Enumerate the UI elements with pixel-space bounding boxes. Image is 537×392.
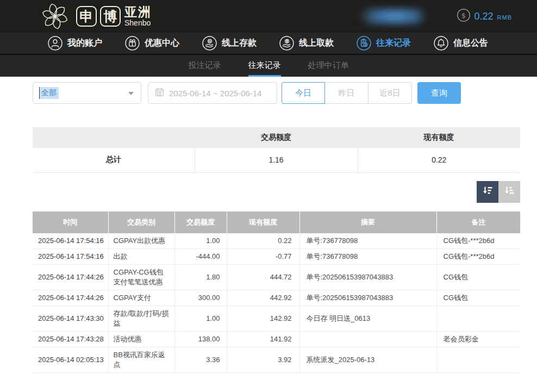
summary-table: 交易额度 现有额度 总计 1.16 0.22 bbox=[33, 127, 520, 173]
cell-summary: 单号:202506153987043883 bbox=[299, 290, 436, 306]
type-select[interactable]: 全部 bbox=[33, 82, 141, 104]
col-header-balance: 现有额度 bbox=[227, 211, 299, 233]
main-navigation: 我的账户 优惠中心 bbox=[0, 33, 537, 55]
cell-time: 2025-06-14 17:54:16 bbox=[33, 233, 108, 249]
nav-label: 优惠中心 bbox=[145, 38, 179, 49]
brand-logo[interactable]: 申 博 bbox=[76, 6, 121, 27]
today-button[interactable]: 今日 bbox=[282, 82, 325, 104]
nav-label: 往来记录 bbox=[376, 38, 411, 49]
cell-balance: 3.92 bbox=[227, 347, 299, 373]
cell-amount: -444.00 bbox=[174, 249, 227, 265]
sort-controls bbox=[33, 181, 520, 203]
summary-total-label: 总计 bbox=[33, 148, 195, 172]
nav-item-announcements[interactable]: 信息公告 bbox=[434, 36, 488, 51]
cell-summary: 单号:736778098 bbox=[299, 233, 436, 249]
withdraw-hand-coin-icon bbox=[279, 36, 294, 51]
cell-amount: 1.80 bbox=[174, 265, 227, 290]
username-redacted[interactable] bbox=[361, 9, 425, 23]
sort-descending-button[interactable] bbox=[477, 181, 498, 203]
col-header-time: 时间 bbox=[33, 211, 108, 233]
table-row: 2025-06-14 17:43:28 活动优惠 138.00 141.92 老… bbox=[33, 332, 520, 347]
filter-toolbar: 全部 2025-06-14 ~ 2025-06-14 今日 昨日 近8日 查询 bbox=[33, 82, 537, 104]
summary-header-transaction: 交易额度 bbox=[195, 127, 358, 148]
cell-summary: 单号:736778098 bbox=[299, 249, 436, 265]
chevron-down-icon bbox=[128, 92, 134, 95]
cell-balance: 442.92 bbox=[227, 290, 299, 306]
records-clipboard-icon bbox=[357, 36, 371, 51]
cell-balance: 142.92 bbox=[227, 306, 299, 332]
tab-transaction-records[interactable]: 往来记录 bbox=[248, 55, 281, 77]
summary-header-row: 交易额度 现有额度 bbox=[33, 127, 520, 148]
cell-category: CGPAY-CG钱包支付笔笔送优惠 bbox=[108, 265, 174, 290]
nav-item-my-account[interactable]: 我的账户 bbox=[48, 36, 102, 51]
cell-remark: CG钱包-***2b6d bbox=[436, 249, 520, 265]
user-icon bbox=[48, 36, 63, 51]
nav-item-promotions[interactable]: 优惠中心 bbox=[125, 36, 179, 51]
brand-region: 亚洲 Shenbo bbox=[124, 5, 152, 27]
nav-item-online-withdrawal[interactable]: 线上取款 bbox=[279, 36, 334, 51]
calendar-icon bbox=[155, 88, 164, 98]
table-row: 2025-06-14 17:44:26 CGPAY-CG钱包支付笔笔送优惠 1.… bbox=[33, 265, 520, 290]
query-button[interactable]: 查询 bbox=[417, 82, 461, 104]
cell-balance: 141.92 bbox=[227, 332, 299, 347]
cell-amount: 1.00 bbox=[174, 306, 227, 332]
transaction-records-page: 申 博 亚洲 Shenbo $ 0.22 RMB bbox=[0, 0, 537, 392]
records-table: 时间 交易类别 交易额度 现有额度 摘要 备注 2025-06-14 17:54… bbox=[33, 211, 520, 374]
flower-logo-icon bbox=[38, 1, 72, 32]
table-row: 2025-06-14 17:54:16 出款 -444.00 -0.77 单号:… bbox=[33, 249, 520, 265]
col-header-amount: 交易额度 bbox=[174, 211, 227, 233]
date-range-input[interactable]: 2025-06-14 ~ 2025-06-14 bbox=[148, 82, 277, 104]
logo-char-shen: 申 bbox=[76, 6, 97, 27]
cell-remark: 老会员彩金 bbox=[436, 332, 520, 347]
cell-time: 2025-06-14 17:44:26 bbox=[33, 265, 108, 290]
nav-label: 我的账户 bbox=[67, 38, 102, 49]
cell-amount: 3.36 bbox=[174, 347, 227, 373]
cell-remark bbox=[436, 347, 520, 373]
cell-time: 2025-06-14 02:05:13 bbox=[33, 347, 108, 373]
cell-amount: 1.00 bbox=[174, 233, 227, 249]
cell-time: 2025-06-14 17:43:28 bbox=[33, 332, 108, 347]
summary-header-current: 现有额度 bbox=[358, 127, 520, 148]
cell-time: 2025-06-14 17:43:30 bbox=[33, 306, 108, 332]
cell-category: 活动优惠 bbox=[108, 332, 174, 347]
nav-item-transaction-records[interactable]: 往来记录 bbox=[357, 36, 411, 51]
cell-remark: CG钱包-***2b6d bbox=[436, 233, 520, 249]
cell-summary: 系统派发_2025-06-13 bbox=[299, 347, 436, 373]
summary-transaction-total: 1.16 bbox=[195, 148, 358, 172]
nav-item-online-deposit[interactable]: 线上存款 bbox=[202, 36, 257, 51]
table-row: 2025-06-14 02:05:13 BB视讯百家乐返点 3.36 3.92 … bbox=[33, 347, 520, 373]
type-select-value: 全部 bbox=[39, 87, 59, 99]
table-row: 2025-06-14 17:54:16 CGPAY出款优惠 1.00 0.22 … bbox=[33, 233, 520, 249]
sort-ascending-button[interactable] bbox=[498, 181, 520, 203]
cell-balance: 0.22 bbox=[227, 233, 299, 249]
sort-asc-icon bbox=[503, 185, 515, 199]
cell-category: 存款/取款/打码/损益 bbox=[108, 306, 174, 332]
sort-desc-icon bbox=[482, 185, 494, 199]
cell-amount: 138.00 bbox=[174, 332, 227, 347]
logo-char-bo: 博 bbox=[100, 6, 121, 27]
cell-category: CGPAY支付 bbox=[108, 290, 174, 306]
cell-summary: 单号:202506153987043883 bbox=[299, 265, 436, 290]
quick-date-button-group: 今日 昨日 近8日 bbox=[282, 82, 412, 104]
table-row: 2025-06-14 17:44:26 CGPAY支付 300.00 442.9… bbox=[33, 290, 520, 306]
cell-balance: -0.77 bbox=[227, 249, 299, 265]
summary-current-total: 0.22 bbox=[358, 148, 520, 172]
cell-summary bbox=[299, 332, 436, 347]
col-header-summary: 摘要 bbox=[299, 211, 436, 233]
records-header-row: 时间 交易类别 交易额度 现有额度 摘要 备注 bbox=[33, 211, 520, 233]
yesterday-button[interactable]: 昨日 bbox=[325, 82, 369, 104]
cell-time: 2025-06-14 17:44:26 bbox=[33, 290, 108, 306]
deposit-hand-coin-icon bbox=[202, 36, 217, 51]
cell-category: 出款 bbox=[108, 249, 174, 265]
last-8-days-button[interactable]: 近8日 bbox=[369, 82, 412, 104]
nav-label: 信息公告 bbox=[453, 38, 488, 49]
record-tabs: 投注记录 往来记录 处理中订单 bbox=[0, 55, 537, 77]
svg-text:$: $ bbox=[461, 11, 465, 20]
tab-betting-records[interactable]: 投注记录 bbox=[189, 55, 221, 77]
cell-category: BB视讯百家乐返点 bbox=[108, 347, 174, 373]
account-balance: $ 0.22 RMB bbox=[457, 8, 513, 24]
nav-label: 线上取款 bbox=[299, 38, 334, 49]
tab-pending-orders[interactable]: 处理中订单 bbox=[308, 55, 349, 77]
brand-region-cn: 亚洲 bbox=[124, 5, 152, 18]
nav-label: 线上存款 bbox=[222, 38, 257, 49]
